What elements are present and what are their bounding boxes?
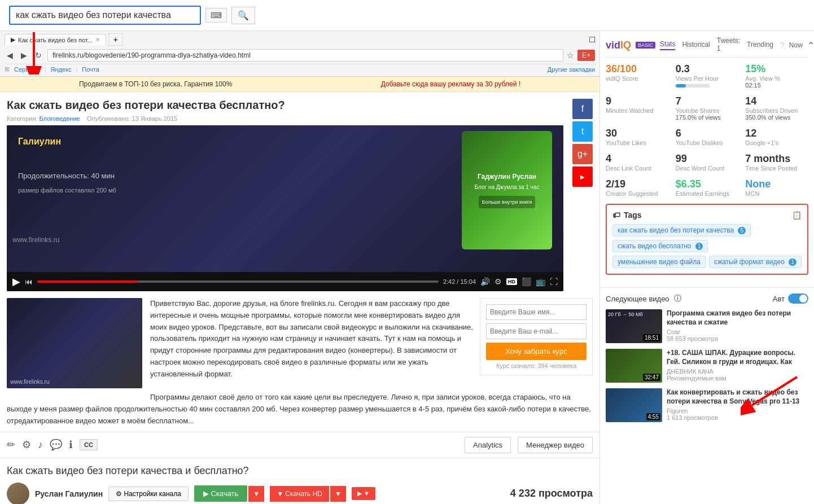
subscribe-button-group: ▶ Скачать ▼ [194,485,264,502]
tab-trending[interactable]: Trending [747,41,773,50]
info-icon[interactable]: ℹ [69,439,73,451]
ad-link[interactable]: Добавьте сюда вашу рекламу за 30 рублей … [381,80,520,88]
score-label: vidIQ Score [606,75,669,82]
channel-settings-button[interactable]: ⚙ Настройки канала [108,487,189,501]
tag-item-3[interactable]: сжатый формат видео 1 [709,256,802,268]
creator-suggested-label: Creator Suggested [606,190,669,197]
video-manager-button[interactable]: Менеджер видео [518,437,593,453]
tab-favicon: ▶ [11,36,15,43]
fullscreen-button[interactable]: ⛶ [550,277,558,286]
yt-likes-label: YouTube Likes [606,139,669,146]
subs-driven-label: Subscribers Driven [745,107,808,114]
back-button[interactable]: ◀ [5,50,15,61]
browser-tabs: ▶ Как сжать видео без пот... ✕ + □ [5,33,595,46]
tag-item-1[interactable]: сжать видео бесплатно 1 [612,240,708,252]
copy-tags-icon[interactable]: 📋 [792,211,802,220]
comment-icon[interactable]: 💬 [50,439,62,451]
tag-item-0[interactable]: как сжать видео без потери качества 5 [612,224,751,236]
tab-close[interactable]: ✕ [95,37,100,43]
autoplay-switch[interactable] [788,293,808,304]
social-sidebar: f t g+ ▶ [572,99,593,291]
hd-badge: HD [506,278,517,285]
video-thumbnail[interactable]: Галиулин Продолжительность: 40 мин разме… [7,125,563,272]
earnings-label: Estimated Earnings [676,190,739,197]
edit-icon[interactable]: ✏ [7,439,15,451]
volume-icon[interactable]: 🔊 [480,277,490,286]
course-name-input[interactable] [486,304,587,320]
next-videos-info-icon[interactable]: ⓘ [674,293,681,304]
subscribe-dropdown-button[interactable]: ▼ [248,486,264,502]
yt-likes-value: 30 [606,128,669,139]
next-video-title-0: Программа сжатия видео без потери качест… [667,309,808,327]
stat-google-plus: 12 Google +1's [745,128,808,146]
video-content-preview: Продолжительность: 40 мин размер файлов … [18,170,439,195]
cast-icon[interactable]: 📺 [536,277,545,286]
address-bar[interactable] [47,49,563,62]
keyboard-button[interactable]: ⌨ [205,8,227,23]
twitter-share-button[interactable]: t [572,121,593,142]
time-display: 2:42 / 15:04 [443,278,476,285]
skip-back-button[interactable]: ⏮ [25,277,33,286]
tags-list: как сжать видео без потери качества 5 сж… [612,224,802,268]
tags-title: Tags [624,211,642,220]
search-button[interactable]: 🔍 [231,7,255,24]
page-title-main: Как сжать видео без потери качества бесп… [7,99,285,111]
tag-item-2[interactable]: уменьшение видео файла [612,256,706,268]
tab-historical[interactable]: Historical [682,41,710,50]
new-tab-button[interactable]: + [108,33,123,46]
download-hd-dropdown[interactable]: ▼ [330,486,346,502]
subs-driven-value: 14 [745,95,808,107]
bookmark-mail[interactable]: Почта [82,66,99,73]
subtitles-icon[interactable]: ⬛ [522,277,531,286]
course-count: Курс скачало: 394 человека [486,362,587,369]
video-player: Галиулин Продолжительность: 40 мин разме… [7,125,563,291]
facebook-share-button[interactable]: f [572,99,593,119]
cc-badge[interactable]: CC [80,439,98,450]
collapse-icon[interactable]: ⌃ [807,40,814,51]
sign-in-button[interactable]: E+ [577,50,595,61]
music-icon[interactable]: ♪ [38,439,43,451]
mcn-label: MCN [745,190,808,197]
yt-shares-pct: 175.0% of views [676,114,739,121]
progress-bar[interactable] [37,281,439,283]
subscribe-button[interactable]: ▶ Скачать [194,485,247,502]
minutes-watched-label: Minutes Watched [606,107,669,114]
tab-stats[interactable]: Stats [660,40,675,50]
vidiq-logo: vidIQ [606,40,631,51]
settings-ctrl-icon[interactable]: ⚙ [494,277,502,286]
tab-tweets[interactable]: Tweets: 1 [717,37,740,54]
stat-yt-shares: 7 Youtube Shares 175.0% of views [676,95,739,121]
youtube-share-button[interactable]: ▶ [572,166,593,187]
progress-dot-fill [676,84,686,87]
book-cover: Гаджулин Руслан Блог на Джумла за 1 час … [462,131,552,249]
course-signup-button[interactable]: Хочу забрать курс [486,343,587,360]
next-video-info-0: Программа сжатия видео без потери качест… [667,309,808,343]
logo-vid: vid [606,40,620,51]
next-video-card-0[interactable]: 20 Гб → 50 Мб 18:51 Программа сжатия вид… [606,309,808,343]
stat-subs-driven: 14 Subscribers Driven 350.0% of views [745,95,808,121]
search-input[interactable] [9,6,201,25]
video-controls: ▶ ⏮ 2:42 / 15:04 🔊 ⚙ HD ⬛ 📺 ⛶ [7,272,563,291]
google-plus-share-button[interactable]: g+ [572,144,593,164]
analytics-button[interactable]: Analytics [465,437,511,453]
restore-button[interactable]: □ [589,34,595,45]
stat-desc-words: 99 Desc Word Count [676,153,739,172]
course-email-input[interactable] [486,323,587,339]
thumb-duration-1: 32:47 [643,374,660,381]
thumb-duration-2: 4:55 [646,413,660,420]
download-hd-button[interactable]: ▼ Скачать HD [270,486,329,502]
play-button[interactable]: ▶ [12,275,20,288]
video-overlay-person: Галиулин [18,137,61,147]
bookmark-yandex[interactable]: Яндекс [50,66,71,73]
category-link[interactable]: Блоговедение [40,115,80,122]
main-layout: ▶ Как сжать видео без пот... ✕ + □ ◀ ▶ ↻… [0,31,814,504]
quality-button[interactable]: ▶ ▼ [352,487,375,500]
stat-yt-dislikes: 6 YouTube Dislikes [676,128,739,146]
apps-icon: ⊞ [5,65,10,73]
tune-icon[interactable]: ⚙ [22,439,31,451]
stat-mcn: None MCN [745,178,808,197]
star-button[interactable]: ☆ [567,51,574,60]
help-icon[interactable]: ? [780,41,785,50]
other-bookmarks[interactable]: Другие закладки [548,66,595,73]
book-title: Гаджулин Руслан [478,173,536,181]
